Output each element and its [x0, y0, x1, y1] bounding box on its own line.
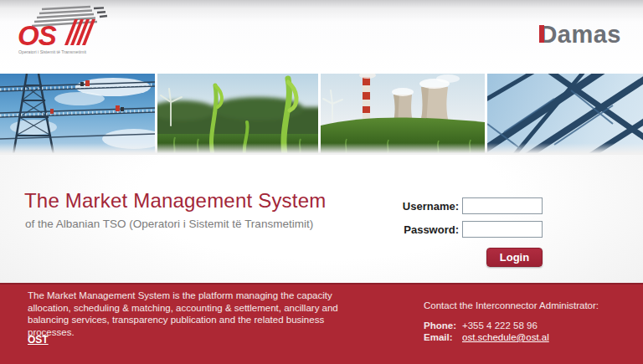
login-page: OS Operatori i Sistemit të Transmetimit … — [0, 0, 643, 364]
email-row: Email:ost.schedule@ost.al — [424, 331, 599, 343]
ost-logo: OS Operatori i Sistemit të Transmetimit — [17, 5, 117, 59]
phone-label: Phone: — [424, 320, 462, 331]
contact-heading: Contact the Interconnector Administrator… — [424, 300, 599, 310]
page-title: The Market Management System — [24, 189, 326, 213]
ost-link[interactable]: OST — [28, 334, 49, 346]
contact-block: Contact the Interconnector Administrator… — [424, 300, 599, 343]
password-input[interactable] — [462, 221, 543, 238]
password-label: Password: — [381, 223, 459, 236]
phone-value: +355 4 222 58 96 — [462, 320, 538, 331]
login-button[interactable]: Login — [486, 248, 543, 267]
ost-tagline: Operatori i Sistemit të Transmetimit — [18, 49, 87, 54]
email-label: Email: — [424, 331, 462, 343]
damas-logo-rest: amas — [558, 21, 621, 48]
ost-wordmark: OS — [18, 20, 57, 51]
username-label: Username: — [381, 200, 459, 213]
phone-row: Phone:+355 4 222 58 96 — [424, 320, 599, 331]
speed-lines-dark-icon — [94, 8, 107, 17]
photo-transmission-towers-with-workers — [0, 74, 155, 155]
username-input[interactable] — [462, 197, 543, 214]
photo-banner — [0, 74, 643, 155]
email-link[interactable]: ost.schedule@ost.al — [462, 332, 549, 342]
footer-description: The Market Management System is the plat… — [28, 290, 368, 338]
footer: The Market Management System is the plat… — [0, 283, 643, 364]
photo-power-plant-cooling-towers — [321, 74, 485, 155]
header: OS Operatori i Sistemit të Transmetimit … — [0, 0, 643, 74]
page-subtitle: of the Albanian TSO (Operatori i Sistemi… — [25, 218, 313, 230]
damas-logo: Damas — [539, 23, 621, 47]
photo-steel-lattice-tower — [487, 74, 643, 155]
photo-green-sprouts-and-wind-turbine — [157, 74, 318, 155]
main-section: The Market Management System of the Alba… — [0, 155, 643, 283]
damas-logo-d: D — [539, 23, 557, 47]
